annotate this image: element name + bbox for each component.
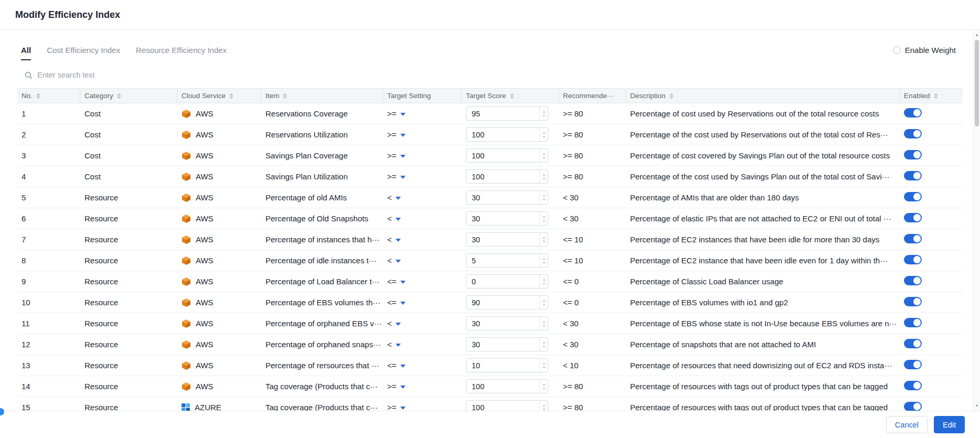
item-cell: Percentage of Load Balancer t··· — [261, 277, 383, 286]
item-cell: Percentage of idle instances t··· — [261, 256, 383, 265]
operator-dropdown[interactable]: < — [387, 235, 401, 244]
enabled-toggle[interactable] — [904, 318, 922, 327]
operator-dropdown[interactable]: < — [387, 256, 401, 265]
number-spinner[interactable] — [539, 212, 548, 225]
cloud-service-name: AWS — [196, 151, 214, 160]
category-cell: Resource — [80, 214, 177, 223]
operator-dropdown[interactable]: < — [387, 193, 401, 202]
number-spinner[interactable] — [539, 233, 548, 246]
enabled-cell — [900, 318, 963, 329]
target-score-cell — [462, 295, 559, 309]
target-score-input[interactable] — [466, 317, 539, 330]
enable-weight-option[interactable]: Enable Weight — [893, 46, 956, 55]
vertical-scrollbar[interactable]: ▲ ▼ — [973, 30, 980, 411]
number-spinner[interactable] — [539, 170, 548, 183]
cancel-button[interactable]: Cancel — [886, 416, 928, 433]
operator-dropdown[interactable]: <= — [387, 361, 406, 370]
number-spinner[interactable] — [539, 107, 548, 120]
number-spinner[interactable] — [539, 401, 548, 411]
operator-dropdown[interactable]: < — [387, 319, 401, 328]
number-spinner[interactable] — [539, 317, 548, 330]
operator-dropdown[interactable]: >= — [387, 382, 406, 391]
operator-dropdown[interactable]: >= — [387, 151, 406, 160]
enabled-toggle[interactable] — [904, 360, 922, 369]
enabled-toggle[interactable] — [904, 192, 922, 201]
tab-all[interactable]: All — [21, 46, 31, 60]
column-header-category[interactable]: Category — [80, 89, 177, 103]
enabled-toggle[interactable] — [904, 297, 922, 306]
target-score-input[interactable] — [466, 128, 539, 141]
enabled-toggle[interactable] — [904, 171, 922, 180]
enabled-toggle[interactable] — [904, 339, 922, 348]
operator-dropdown[interactable]: <= — [387, 277, 406, 286]
target-score-input[interactable] — [466, 359, 539, 372]
column-label: Target Setting — [387, 92, 431, 100]
table-row: 6 Resource AWS Percentage of Old Sn — [17, 208, 963, 229]
enabled-toggle[interactable] — [904, 213, 922, 222]
column-header-description[interactable]: Description — [626, 89, 900, 103]
enabled-toggle[interactable] — [904, 108, 922, 117]
enabled-toggle[interactable] — [904, 255, 922, 264]
operator-dropdown[interactable]: >= — [387, 403, 406, 411]
enable-weight-radio[interactable] — [893, 46, 901, 54]
column-header-cloud[interactable]: Cloud Service — [177, 89, 261, 103]
number-spinner[interactable] — [539, 149, 548, 162]
target-score-input[interactable] — [466, 380, 539, 393]
operator-dropdown[interactable]: <= — [387, 298, 406, 307]
edit-button[interactable]: Edit — [934, 416, 965, 433]
target-score-input[interactable] — [466, 107, 539, 120]
enabled-toggle[interactable] — [904, 234, 922, 243]
target-setting-cell: < — [383, 256, 462, 265]
number-spinner[interactable] — [539, 338, 548, 351]
tab-resource-efficiency-index[interactable]: Resource Efficiency Index — [136, 46, 227, 60]
operator-dropdown[interactable]: >= — [387, 130, 406, 139]
enabled-toggle[interactable] — [904, 129, 922, 138]
number-spinner[interactable] — [539, 359, 548, 372]
search-bar — [0, 69, 980, 81]
enabled-toggle[interactable] — [904, 381, 922, 390]
column-header-no[interactable]: No. — [17, 89, 80, 103]
target-score-input[interactable] — [466, 254, 539, 267]
enabled-cell — [900, 150, 963, 161]
scrollbar-thumb[interactable] — [975, 40, 979, 126]
enabled-toggle[interactable] — [904, 402, 922, 411]
target-score-input[interactable] — [466, 149, 539, 162]
number-spinner[interactable] — [539, 128, 548, 141]
scrollbar-up-arrow[interactable]: ▲ — [974, 31, 980, 39]
target-score-input[interactable] — [466, 275, 539, 288]
operator-dropdown[interactable]: >= — [387, 109, 406, 118]
target-score-input[interactable] — [466, 212, 539, 225]
number-spinner[interactable] — [539, 254, 548, 267]
operator-dropdown[interactable]: < — [387, 214, 401, 223]
target-score-input[interactable] — [466, 401, 539, 411]
number-spinner[interactable] — [539, 296, 548, 309]
operator-dropdown[interactable]: < — [387, 340, 401, 349]
search-input[interactable] — [37, 71, 205, 79]
number-spinner[interactable] — [539, 191, 548, 204]
target-score-input[interactable] — [466, 338, 539, 351]
description-cell: Percentage of EBS whose state is not In-… — [626, 319, 900, 328]
target-score-input[interactable] — [466, 296, 539, 309]
number-spinner[interactable] — [539, 275, 548, 288]
tab-cost-efficiency-index[interactable]: Cost Efficiency Index — [47, 46, 120, 60]
chevron-down-icon — [396, 197, 401, 200]
item-cell: Savings Plan Utilization — [261, 172, 383, 181]
scrollbar-down-arrow[interactable]: ▼ — [974, 402, 980, 410]
recommended-score-cell: <= 0 — [559, 298, 626, 307]
target-score-input[interactable] — [466, 191, 539, 204]
target-score-input[interactable] — [466, 170, 539, 183]
operator-dropdown[interactable]: >= — [387, 172, 406, 181]
target-score-box — [466, 400, 548, 411]
column-header-enabled[interactable]: Enabled — [900, 89, 963, 103]
enabled-toggle[interactable] — [904, 150, 922, 159]
operator-value: <= — [387, 298, 397, 307]
enabled-toggle[interactable] — [904, 276, 922, 285]
target-score-input[interactable] — [466, 233, 539, 246]
recommended-score-cell: >= 80 — [559, 403, 626, 411]
modify-efficiency-index-dialog: Modify Efficiency Index AllCost Efficien… — [0, 0, 980, 438]
number-spinner[interactable] — [539, 380, 548, 393]
table-row: 5 Resource AWS Percentage of old AM — [17, 187, 963, 208]
column-header-item[interactable]: Item — [261, 89, 383, 103]
column-header-target_score[interactable]: Target Score — [462, 89, 559, 103]
cloud-service-name: AZURE — [195, 403, 221, 411]
